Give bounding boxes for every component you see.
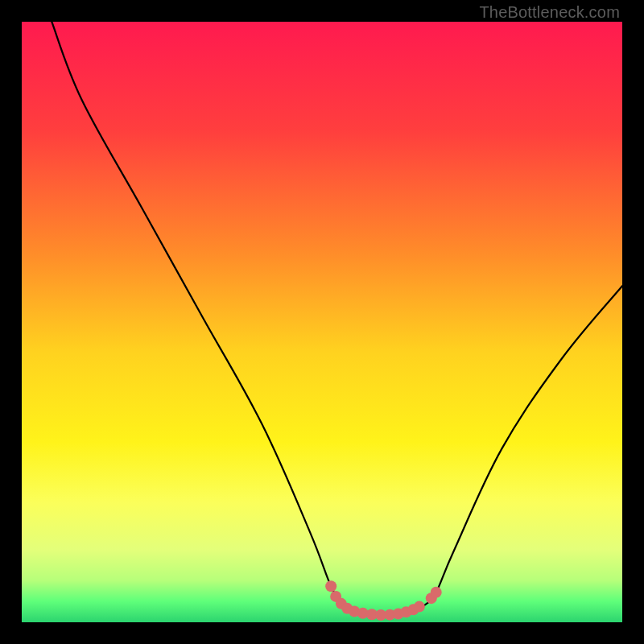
bottleneck-curve	[52, 22, 622, 615]
chart-container: TheBottleneck.com	[0, 0, 644, 644]
marker-dot	[325, 580, 336, 592]
watermark-text: TheBottleneck.com	[479, 3, 620, 22]
marker-dot	[431, 587, 442, 598]
marker-dot	[414, 601, 425, 613]
curve-layer	[22, 22, 622, 622]
curve-bottom-highlight	[325, 580, 442, 621]
plot-area	[22, 22, 622, 622]
